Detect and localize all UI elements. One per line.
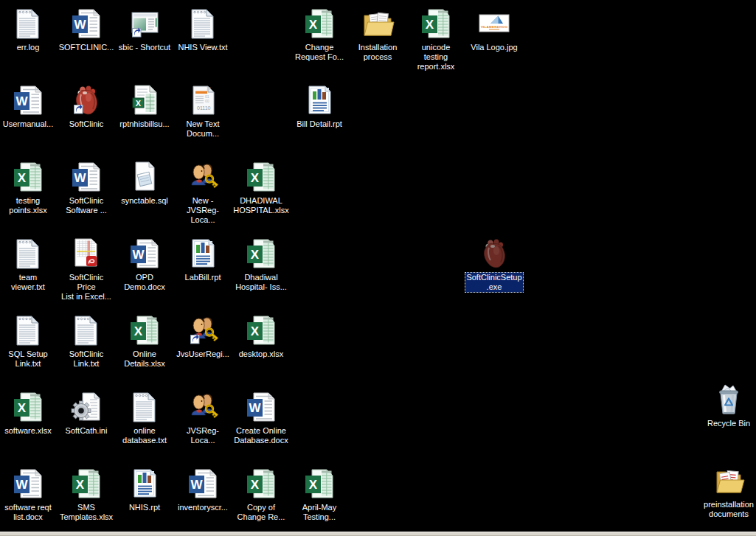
excel-icon[interactable] xyxy=(243,159,279,195)
ini-icon[interactable] xyxy=(69,389,104,425)
word-icon[interactable] xyxy=(69,159,104,195)
txtbin-icon[interactable] xyxy=(185,83,221,118)
desktop-icon-nhis-rpt[interactable]: NHIS.rpt xyxy=(117,466,173,513)
icon-label[interactable]: Change Request Fo... xyxy=(294,42,345,63)
txt-icon[interactable] xyxy=(10,236,46,271)
desktop-icon-dhadiwal-hospital-xlsx[interactable]: DHADIWAL HOSPITAL.xlsx xyxy=(233,159,289,216)
word-icon[interactable] xyxy=(10,83,46,118)
icon-label[interactable]: LabBill.rpt xyxy=(184,272,223,283)
icon-label[interactable]: New Text Docum... xyxy=(184,119,221,139)
txt-icon[interactable] xyxy=(69,313,104,348)
desktop-icon-unicode-testing-report[interactable]: unicode testing report.xlsx xyxy=(408,6,464,72)
desktop-icon-synctable-sql[interactable]: synctable.sql xyxy=(117,159,173,206)
word-icon[interactable] xyxy=(10,466,46,501)
desktop-icon-softclinicsetup-exe[interactable]: SoftClinicSetup .exe xyxy=(466,236,522,293)
rpt-icon[interactable] xyxy=(127,466,162,501)
bin-icon[interactable] xyxy=(711,382,746,417)
icon-label[interactable]: DHADIWAL HOSPITAL.xlsx xyxy=(232,195,291,216)
desktop-icon-softclinic-software[interactable]: SoftClinic Software ... xyxy=(58,159,114,216)
excel-icon[interactable] xyxy=(302,6,337,41)
icon-label[interactable]: err.log xyxy=(15,42,41,53)
rpt-icon[interactable] xyxy=(302,83,337,118)
desktop-icon-rptnhisbillsu[interactable]: rptnhisbillsu... xyxy=(117,83,173,130)
desktop-icon-labbill-rpt[interactable]: LabBill.rpt xyxy=(175,236,231,283)
desktop-icon-team-viewer-txt[interactable]: team viewer.txt xyxy=(0,236,56,293)
heart-icon[interactable] xyxy=(69,83,104,118)
excel-icon[interactable] xyxy=(302,466,337,501)
jvs-icon[interactable] xyxy=(185,313,221,348)
excel-icon[interactable] xyxy=(69,466,104,501)
desktop-icon-sbic-shortcut[interactable]: sbic - Shortcut xyxy=(117,6,173,53)
icon-label[interactable]: SoftClinicSetup .exe xyxy=(465,272,523,293)
icon-label[interactable]: Installation process xyxy=(357,42,399,63)
desktop-icon-bill-detail-rpt[interactable]: Bill Detail.rpt xyxy=(291,83,347,130)
icon-label[interactable]: Dhadiwal Hospital- Iss... xyxy=(234,272,288,293)
desktop-icon-err-log[interactable]: err.log xyxy=(0,6,56,53)
window-icon[interactable] xyxy=(127,6,162,41)
icon-label[interactable]: Create Online Database.docx xyxy=(232,425,289,446)
desktop[interactable]: err.log SOFTCLINIC... sbic - Shortcut NH… xyxy=(0,0,756,532)
desktop-icon-sms-templates-xlsx[interactable]: SMS Templates.xlsx xyxy=(58,466,114,523)
icon-label[interactable]: testing points.xlsx xyxy=(7,195,48,216)
word-icon[interactable] xyxy=(127,236,162,271)
icon-label[interactable]: online database.txt xyxy=(121,425,168,446)
word-icon[interactable] xyxy=(243,389,279,425)
excel-icon[interactable] xyxy=(10,389,46,425)
desktop-icon-april-may-testing[interactable]: April-May Testing... xyxy=(291,466,347,523)
icon-label[interactable]: inventoryscr... xyxy=(176,502,229,513)
desktop-icon-testing-points-xlsx[interactable]: testing points.xlsx xyxy=(0,159,56,216)
icon-label[interactable]: Bill Detail.rpt xyxy=(295,119,344,130)
excel-icon[interactable] xyxy=(243,466,279,501)
icon-label[interactable]: desktop.xlsx xyxy=(237,349,285,360)
excel-icon[interactable] xyxy=(127,313,162,348)
icon-label[interactable]: team viewer.txt xyxy=(10,272,46,293)
desktop-icon-inventoryscr[interactable]: inventoryscr... xyxy=(175,466,231,513)
desktop-icon-softcath-ini[interactable]: SoftCath.ini xyxy=(58,389,114,436)
desktop-icon-online-database-txt[interactable]: online database.txt xyxy=(117,389,173,446)
icon-label[interactable]: April-May Testing... xyxy=(301,502,338,523)
jvs-icon[interactable] xyxy=(185,389,221,425)
jvs-icon[interactable] xyxy=(185,159,221,195)
sql-icon[interactable] xyxy=(127,159,162,195)
excel-old-icon[interactable] xyxy=(127,83,162,118)
icon-label[interactable]: New - JVSReg-Loca... xyxy=(175,195,231,226)
taskbar-edge[interactable] xyxy=(0,532,756,536)
desktop-icon-sql-setup-link-txt[interactable]: SQL Setup Link.txt xyxy=(0,313,56,369)
desktop-icon-softclinic-app[interactable]: SoftClinic xyxy=(58,83,114,130)
desktop-icon-recycle-bin[interactable]: Recycle Bin xyxy=(701,382,756,429)
rpt-icon[interactable] xyxy=(185,236,221,271)
desktop-icon-online-details-xlsx[interactable]: Online Details.xlsx xyxy=(117,313,173,369)
icon-label[interactable]: SoftCath.ini xyxy=(64,425,109,436)
desktop-icon-softclinic-link-txt[interactable]: SoftClinic Link.txt xyxy=(58,313,114,369)
icon-label[interactable]: SoftClinic Link.txt xyxy=(68,349,105,369)
icon-label[interactable]: JVSReg-Loca... xyxy=(175,425,231,446)
desktop-icon-softclinic-price-list-pdf[interactable]: SoftClinic Price List in Excel... xyxy=(58,236,114,302)
icon-label[interactable]: SMS Templates.xlsx xyxy=(58,502,114,523)
desktop-icon-desktop-xlsx[interactable]: desktop.xlsx xyxy=(233,313,289,360)
icon-label[interactable]: SQL Setup Link.txt xyxy=(7,349,49,369)
desktop-icon-softclinic-doc[interactable]: SOFTCLINIC... xyxy=(58,6,114,53)
icon-label[interactable]: software reqt list.docx xyxy=(3,502,53,523)
icon-label[interactable]: Vila Logo.jpg xyxy=(469,42,519,53)
icon-label[interactable]: Usermanual... xyxy=(1,119,55,130)
desktop-icon-preinstallation-documents[interactable]: preinstallation documents xyxy=(701,463,756,520)
desktop-icon-jvsuserregi[interactable]: JvsUserRegi... xyxy=(175,313,231,360)
icon-label[interactable]: SoftClinic Price List in Excel... xyxy=(58,272,114,302)
icon-label[interactable]: unicode testing report.xlsx xyxy=(408,42,464,72)
desktop-icon-new-text-document[interactable]: New Text Docum... xyxy=(175,83,231,139)
desktop-icon-software-xlsx[interactable]: software.xlsx xyxy=(0,389,56,436)
icon-label[interactable]: sbic - Shortcut xyxy=(117,42,172,53)
icon-label[interactable]: preinstallation documents xyxy=(702,499,755,520)
txt-icon[interactable] xyxy=(185,6,221,41)
pdf-icon[interactable] xyxy=(69,236,104,271)
icon-label[interactable]: Recycle Bin xyxy=(706,418,752,429)
icon-label[interactable]: NHIS.rpt xyxy=(128,502,162,513)
icon-label[interactable]: JvsUserRegi... xyxy=(175,349,231,360)
txt-icon[interactable] xyxy=(127,389,162,425)
excel-icon[interactable] xyxy=(243,236,279,271)
icon-label[interactable]: SoftClinic xyxy=(68,119,105,130)
icon-label[interactable]: SOFTCLINIC... xyxy=(58,42,116,53)
desktop-icon-vila-logo-jpg[interactable]: Vila Logo.jpg xyxy=(466,6,522,53)
excel-icon[interactable] xyxy=(10,159,46,195)
icon-label[interactable]: SoftClinic Software ... xyxy=(64,195,108,216)
